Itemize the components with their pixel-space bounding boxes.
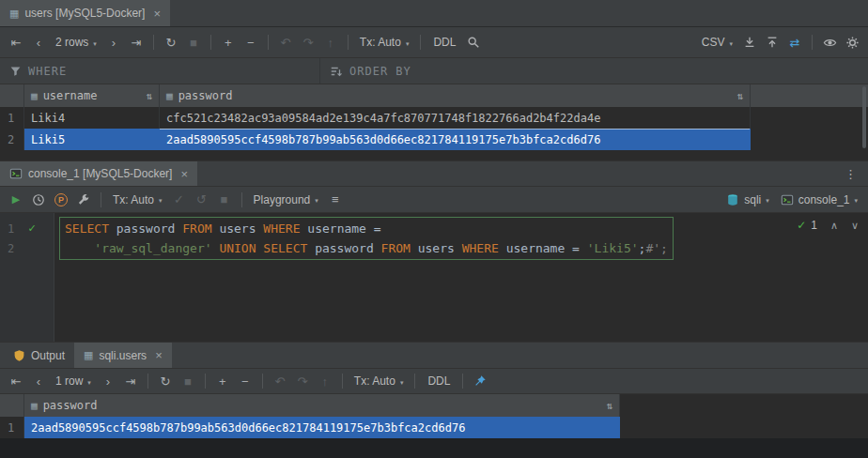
- history-button[interactable]: [28, 190, 49, 210]
- grid-corner-cell: [0, 84, 24, 107]
- tab-label: sqli.users: [99, 349, 147, 362]
- csv-format-dropdown[interactable]: CSV ▾: [697, 32, 737, 53]
- tab-users-table[interactable]: ▦ users [MySQL5-Docker] ×: [0, 0, 170, 26]
- revert-button[interactable]: ↶: [275, 32, 296, 53]
- page-size-dropdown[interactable]: 1 row ▾: [51, 371, 96, 391]
- line-number: 1: [8, 222, 23, 236]
- pin-icon: [473, 374, 487, 388]
- compare-button[interactable]: ⇄: [784, 32, 805, 53]
- console-icon: [781, 193, 794, 206]
- sort-toggle-icon[interactable]: ⇅: [606, 400, 612, 412]
- chevron-down-icon: ▾: [854, 195, 858, 204]
- download-icon: [743, 36, 756, 49]
- page-size-value: 2 rows: [55, 36, 88, 49]
- pin-tab-button[interactable]: [470, 371, 490, 391]
- grid-scrollbar[interactable]: [862, 86, 866, 148]
- submit-button[interactable]: ↑: [315, 371, 335, 391]
- previous-page-button[interactable]: ‹: [28, 32, 49, 53]
- code-line: SELECT password FROM users WHERE usernam…: [54, 219, 868, 238]
- page-size-value: 1 row: [55, 374, 83, 388]
- delete-row-button[interactable]: −: [240, 32, 261, 53]
- editor-code-area[interactable]: SELECT password FROM users WHERE usernam…: [54, 219, 868, 258]
- session-dropdown[interactable]: console_1 ▾: [776, 190, 862, 210]
- redo-button[interactable]: ↷: [292, 371, 313, 391]
- order-by-filter[interactable]: ORDER BY: [319, 58, 868, 84]
- submit-button[interactable]: ↑: [320, 32, 341, 53]
- column-header-password[interactable]: ▦ password ⇅: [160, 84, 751, 107]
- tx-mode-dropdown[interactable]: Tx: Auto ▾: [349, 371, 409, 391]
- stop-button[interactable]: ■: [183, 32, 204, 53]
- previous-result-button[interactable]: ∧: [830, 220, 838, 232]
- sql-editor[interactable]: 1 ✓ 2 SELECT password FROM users WHERE u…: [0, 213, 868, 342]
- view-options-button[interactable]: [819, 32, 840, 53]
- schema-dropdown[interactable]: sqli ▾: [721, 190, 774, 210]
- commit-button[interactable]: ✓: [169, 190, 190, 210]
- cell-username[interactable]: Liki4: [24, 107, 160, 129]
- console-settings-button[interactable]: [73, 190, 94, 210]
- where-filter[interactable]: WHERE: [0, 58, 319, 84]
- table-row-selected[interactable]: 2 Liki5 2aad5890595ccf4598b787b99ab563d0…: [0, 129, 868, 150]
- tx-mode-dropdown[interactable]: Tx: Auto ▾: [355, 32, 414, 53]
- close-icon[interactable]: ×: [180, 167, 188, 181]
- revert-button[interactable]: ↶: [270, 371, 290, 391]
- add-row-button[interactable]: +: [218, 32, 239, 53]
- previous-page-button[interactable]: ‹: [28, 371, 49, 391]
- table-row-selected[interactable]: 1 2aad5890595ccf4598b787b99ab563d0d66ec8…: [0, 417, 868, 438]
- page-size-dropdown[interactable]: 2 rows ▾: [51, 32, 101, 53]
- rollback-button[interactable]: ↺: [192, 190, 212, 210]
- first-page-button[interactable]: ⇤: [6, 371, 26, 391]
- last-page-button[interactable]: ⇥: [126, 32, 147, 53]
- next-page-button[interactable]: ›: [103, 32, 124, 53]
- column-header-password[interactable]: ▦ password ⇅: [24, 394, 620, 417]
- settings-button[interactable]: [842, 32, 862, 53]
- export-data-button[interactable]: [739, 32, 760, 53]
- cell-password[interactable]: 2aad5890595ccf4598b787b99ab563d0d66ec821…: [24, 417, 620, 438]
- console-tab-bar: console_1 [MySQL5-Docker] × ⋮: [0, 160, 868, 187]
- tab-result-sqli-users[interactable]: ▦ sqli.users ×: [74, 343, 172, 368]
- reload-button[interactable]: ↻: [161, 32, 181, 53]
- tx-mode-dropdown[interactable]: Tx: Auto ▾: [108, 190, 167, 210]
- delete-row-button[interactable]: −: [235, 371, 256, 391]
- chevron-down-icon: ▾: [400, 377, 404, 386]
- sql-token: password: [315, 241, 380, 255]
- close-icon[interactable]: ×: [155, 348, 163, 362]
- ddl-button[interactable]: DDL: [427, 36, 461, 49]
- tab-label: console_1 [MySQL5-Docker]: [28, 167, 172, 180]
- search-button[interactable]: [463, 32, 484, 53]
- add-row-button[interactable]: +: [212, 371, 233, 391]
- cell-password[interactable]: 2aad5890595ccf4598b787b99ab563d0d66ec821…: [160, 129, 751, 150]
- run-button[interactable]: ▶: [6, 190, 26, 210]
- filter-funnel-icon: [9, 65, 22, 77]
- toolbar-separator: [414, 374, 415, 389]
- row-number: 2: [0, 129, 24, 150]
- console-toolbar: ▶ P Tx: Auto ▾ ✓ ↺ ■ Playground ▾ ≡ sqli…: [0, 187, 868, 213]
- import-data-button[interactable]: [762, 32, 783, 53]
- wrench-icon: [77, 193, 90, 206]
- tab-console-1[interactable]: console_1 [MySQL5-Docker] ×: [0, 161, 197, 186]
- output-layout-button[interactable]: ≡: [325, 190, 346, 210]
- order-by-label: ORDER BY: [349, 65, 411, 78]
- ddl-button[interactable]: DDL: [422, 374, 456, 388]
- table-row[interactable]: 1 Liki4 cfc521c23482ac93a09584ad2e139c4a…: [0, 107, 868, 129]
- column-header-username[interactable]: ▦ username ⇅: [24, 84, 160, 107]
- first-page-button[interactable]: ⇤: [6, 32, 26, 53]
- next-page-button[interactable]: ›: [98, 371, 118, 391]
- reload-button[interactable]: ↻: [155, 371, 176, 391]
- playground-mode-dropdown[interactable]: Playground ▾: [249, 190, 323, 210]
- next-result-button[interactable]: ∨: [851, 220, 859, 232]
- last-page-button[interactable]: ⇥: [120, 371, 141, 391]
- tab-output[interactable]: Output: [4, 343, 74, 368]
- tx-mode-value: Tx: Auto: [360, 36, 401, 49]
- sql-token: users: [418, 241, 462, 255]
- cell-password[interactable]: cfc521c23482ac93a09584ad2e139c4a7fc87077…: [160, 107, 751, 129]
- sort-toggle-icon[interactable]: ⇅: [736, 90, 743, 102]
- cell-username[interactable]: Liki5: [24, 129, 160, 150]
- parameters-button[interactable]: P: [51, 190, 71, 210]
- redo-button[interactable]: ↷: [298, 32, 318, 53]
- stop-button[interactable]: ■: [178, 371, 198, 391]
- stop-button[interactable]: ■: [214, 190, 235, 210]
- sort-toggle-icon[interactable]: ⇅: [146, 90, 152, 102]
- close-icon[interactable]: ×: [153, 7, 161, 21]
- result-count: 1: [811, 219, 817, 232]
- more-options-icon[interactable]: ⋮: [845, 167, 868, 181]
